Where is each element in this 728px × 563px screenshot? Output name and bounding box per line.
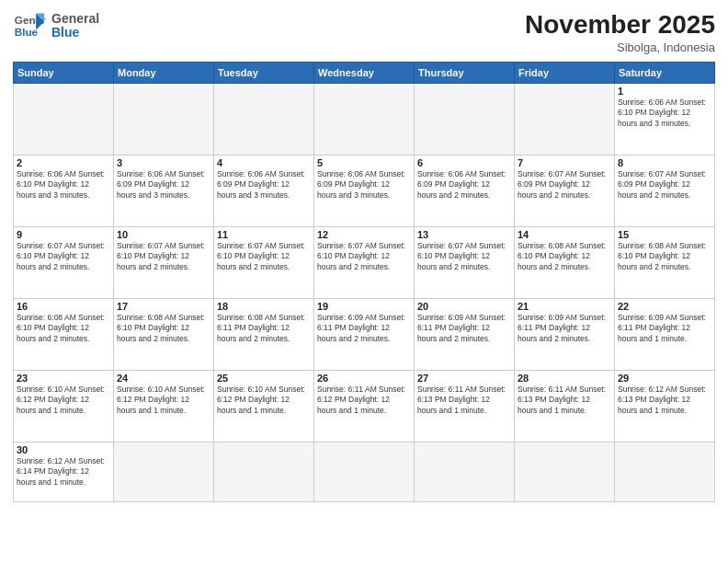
day-number: 18 bbox=[217, 301, 311, 312]
logo-icon: General Blue bbox=[13, 9, 46, 42]
calendar-cell: 12Sunrise: 6:07 AM Sunset: 6:10 PM Dayli… bbox=[314, 226, 415, 298]
calendar-cell bbox=[114, 442, 214, 501]
day-number: 23 bbox=[17, 373, 110, 384]
day-info: Sunrise: 6:07 AM Sunset: 6:10 PM Dayligh… bbox=[117, 241, 210, 272]
day-number: 8 bbox=[618, 157, 711, 168]
day-info: Sunrise: 6:09 AM Sunset: 6:11 PM Dayligh… bbox=[417, 313, 511, 344]
col-saturday: Saturday bbox=[615, 62, 715, 83]
calendar-cell: 2Sunrise: 6:06 AM Sunset: 6:10 PM Daylig… bbox=[14, 155, 114, 226]
day-info: Sunrise: 6:08 AM Sunset: 6:10 PM Dayligh… bbox=[17, 313, 110, 344]
calendar-cell bbox=[314, 83, 415, 155]
day-info: Sunrise: 6:08 AM Sunset: 6:10 PM Dayligh… bbox=[117, 313, 210, 344]
col-wednesday: Wednesday bbox=[314, 62, 415, 83]
day-number: 30 bbox=[17, 444, 110, 455]
day-number: 11 bbox=[217, 229, 311, 240]
day-number: 26 bbox=[317, 373, 411, 384]
calendar-cell: 30Sunrise: 6:12 AM Sunset: 6:14 PM Dayli… bbox=[14, 442, 114, 501]
calendar-cell bbox=[14, 83, 114, 155]
calendar-cell: 17Sunrise: 6:08 AM Sunset: 6:10 PM Dayli… bbox=[114, 298, 214, 370]
calendar-cell: 11Sunrise: 6:07 AM Sunset: 6:10 PM Dayli… bbox=[214, 226, 314, 298]
calendar-cell: 4Sunrise: 6:06 AM Sunset: 6:09 PM Daylig… bbox=[214, 155, 314, 226]
day-info: Sunrise: 6:07 AM Sunset: 6:09 PM Dayligh… bbox=[618, 169, 711, 201]
day-number: 7 bbox=[518, 157, 611, 168]
logo-general: General bbox=[51, 12, 99, 26]
calendar-cell bbox=[214, 442, 314, 501]
calendar-cell: 25Sunrise: 6:10 AM Sunset: 6:12 PM Dayli… bbox=[214, 370, 314, 442]
calendar-cell: 23Sunrise: 6:10 AM Sunset: 6:12 PM Dayli… bbox=[14, 370, 114, 442]
calendar-cell: 8Sunrise: 6:07 AM Sunset: 6:09 PM Daylig… bbox=[615, 155, 715, 226]
day-number: 17 bbox=[117, 301, 210, 312]
day-info: Sunrise: 6:06 AM Sunset: 6:09 PM Dayligh… bbox=[117, 169, 210, 201]
day-info: Sunrise: 6:06 AM Sunset: 6:09 PM Dayligh… bbox=[317, 169, 411, 201]
day-number: 3 bbox=[117, 157, 210, 168]
day-info: Sunrise: 6:09 AM Sunset: 6:11 PM Dayligh… bbox=[618, 313, 711, 344]
title-section: November 2025 Sibolga, Indonesia bbox=[525, 9, 715, 54]
day-number: 9 bbox=[17, 229, 110, 240]
calendar-cell: 22Sunrise: 6:09 AM Sunset: 6:11 PM Dayli… bbox=[615, 298, 715, 370]
month-title: November 2025 bbox=[525, 9, 715, 40]
day-info: Sunrise: 6:10 AM Sunset: 6:12 PM Dayligh… bbox=[117, 385, 210, 416]
calendar-cell: 3Sunrise: 6:06 AM Sunset: 6:09 PM Daylig… bbox=[114, 155, 214, 226]
col-sunday: Sunday bbox=[14, 62, 114, 83]
day-info: Sunrise: 6:09 AM Sunset: 6:11 PM Dayligh… bbox=[317, 313, 411, 344]
calendar-cell: 16Sunrise: 6:08 AM Sunset: 6:10 PM Dayli… bbox=[14, 298, 114, 370]
calendar-cell: 1Sunrise: 6:06 AM Sunset: 6:10 PM Daylig… bbox=[615, 83, 715, 155]
day-info: Sunrise: 6:10 AM Sunset: 6:12 PM Dayligh… bbox=[17, 385, 110, 416]
calendar-header-row: Sunday Monday Tuesday Wednesday Thursday… bbox=[14, 62, 715, 83]
calendar-cell: 7Sunrise: 6:07 AM Sunset: 6:09 PM Daylig… bbox=[515, 155, 615, 226]
day-info: Sunrise: 6:07 AM Sunset: 6:10 PM Dayligh… bbox=[417, 241, 511, 272]
day-info: Sunrise: 6:11 AM Sunset: 6:13 PM Dayligh… bbox=[518, 385, 611, 416]
day-info: Sunrise: 6:10 AM Sunset: 6:12 PM Dayligh… bbox=[217, 385, 311, 416]
calendar-cell: 20Sunrise: 6:09 AM Sunset: 6:11 PM Dayli… bbox=[415, 298, 515, 370]
day-number: 19 bbox=[317, 301, 411, 312]
day-info: Sunrise: 6:06 AM Sunset: 6:09 PM Dayligh… bbox=[217, 169, 311, 201]
day-number: 2 bbox=[17, 157, 110, 168]
calendar-cell: 28Sunrise: 6:11 AM Sunset: 6:13 PM Dayli… bbox=[515, 370, 615, 442]
day-number: 20 bbox=[417, 301, 511, 312]
logo-blue: Blue bbox=[51, 26, 99, 40]
day-number: 27 bbox=[417, 373, 511, 384]
calendar-cell: 9Sunrise: 6:07 AM Sunset: 6:10 PM Daylig… bbox=[14, 226, 114, 298]
day-number: 25 bbox=[217, 373, 311, 384]
day-info: Sunrise: 6:11 AM Sunset: 6:12 PM Dayligh… bbox=[317, 385, 411, 416]
day-info: Sunrise: 6:07 AM Sunset: 6:10 PM Dayligh… bbox=[17, 241, 110, 272]
day-info: Sunrise: 6:06 AM Sunset: 6:09 PM Dayligh… bbox=[417, 169, 511, 201]
day-info: Sunrise: 6:08 AM Sunset: 6:11 PM Dayligh… bbox=[217, 313, 311, 344]
day-info: Sunrise: 6:07 AM Sunset: 6:09 PM Dayligh… bbox=[518, 169, 611, 201]
calendar-cell: 21Sunrise: 6:09 AM Sunset: 6:11 PM Dayli… bbox=[515, 298, 615, 370]
col-friday: Friday bbox=[515, 62, 615, 83]
calendar-cell: 27Sunrise: 6:11 AM Sunset: 6:13 PM Dayli… bbox=[415, 370, 515, 442]
calendar-cell: 15Sunrise: 6:08 AM Sunset: 6:10 PM Dayli… bbox=[615, 226, 715, 298]
calendar-cell bbox=[515, 442, 615, 501]
day-info: Sunrise: 6:12 AM Sunset: 6:13 PM Dayligh… bbox=[618, 385, 711, 416]
day-number: 12 bbox=[317, 229, 411, 240]
calendar-cell bbox=[415, 442, 515, 501]
calendar-cell bbox=[114, 83, 214, 155]
day-number: 29 bbox=[618, 373, 711, 384]
day-info: Sunrise: 6:09 AM Sunset: 6:11 PM Dayligh… bbox=[518, 313, 611, 344]
calendar-cell: 5Sunrise: 6:06 AM Sunset: 6:09 PM Daylig… bbox=[314, 155, 415, 226]
day-info: Sunrise: 6:08 AM Sunset: 6:10 PM Dayligh… bbox=[618, 241, 711, 272]
calendar-table: Sunday Monday Tuesday Wednesday Thursday… bbox=[13, 62, 715, 502]
day-info: Sunrise: 6:07 AM Sunset: 6:10 PM Dayligh… bbox=[317, 241, 411, 272]
calendar-cell: 26Sunrise: 6:11 AM Sunset: 6:12 PM Dayli… bbox=[314, 370, 415, 442]
calendar-cell: 6Sunrise: 6:06 AM Sunset: 6:09 PM Daylig… bbox=[415, 155, 515, 226]
day-number: 5 bbox=[317, 157, 411, 168]
calendar-cell: 14Sunrise: 6:08 AM Sunset: 6:10 PM Dayli… bbox=[515, 226, 615, 298]
day-info: Sunrise: 6:06 AM Sunset: 6:10 PM Dayligh… bbox=[17, 169, 110, 201]
calendar-cell bbox=[415, 83, 515, 155]
day-number: 24 bbox=[117, 373, 210, 384]
day-number: 13 bbox=[417, 229, 511, 240]
calendar-cell: 29Sunrise: 6:12 AM Sunset: 6:13 PM Dayli… bbox=[615, 370, 715, 442]
day-info: Sunrise: 6:12 AM Sunset: 6:14 PM Dayligh… bbox=[17, 456, 110, 488]
calendar-cell: 18Sunrise: 6:08 AM Sunset: 6:11 PM Dayli… bbox=[214, 298, 314, 370]
day-info: Sunrise: 6:11 AM Sunset: 6:13 PM Dayligh… bbox=[417, 385, 511, 416]
day-number: 22 bbox=[618, 301, 711, 312]
calendar-cell bbox=[515, 83, 615, 155]
day-info: Sunrise: 6:06 AM Sunset: 6:10 PM Dayligh… bbox=[618, 98, 711, 129]
day-number: 6 bbox=[417, 157, 511, 168]
location-subtitle: Sibolga, Indonesia bbox=[525, 40, 715, 54]
calendar-cell: 10Sunrise: 6:07 AM Sunset: 6:10 PM Dayli… bbox=[114, 226, 214, 298]
calendar-cell: 24Sunrise: 6:10 AM Sunset: 6:12 PM Dayli… bbox=[114, 370, 214, 442]
day-number: 10 bbox=[117, 229, 210, 240]
